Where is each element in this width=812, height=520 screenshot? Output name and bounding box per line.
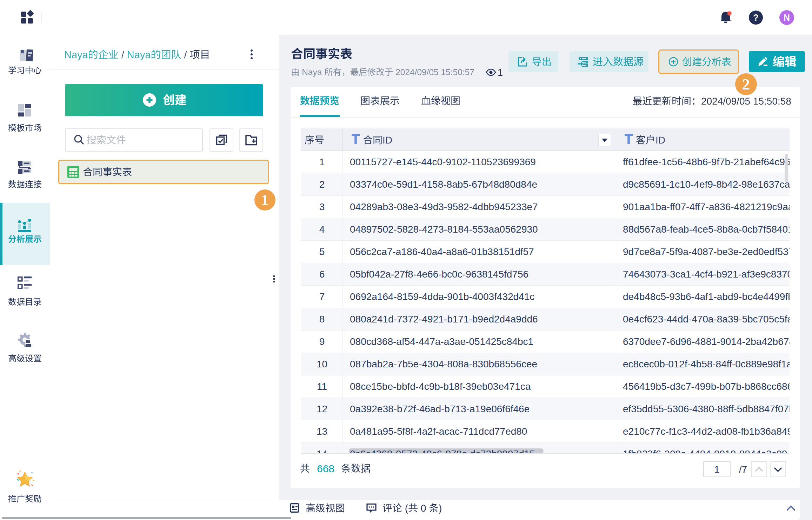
svg-text:N: N: [784, 13, 790, 22]
svg-text:?: ?: [753, 12, 759, 23]
